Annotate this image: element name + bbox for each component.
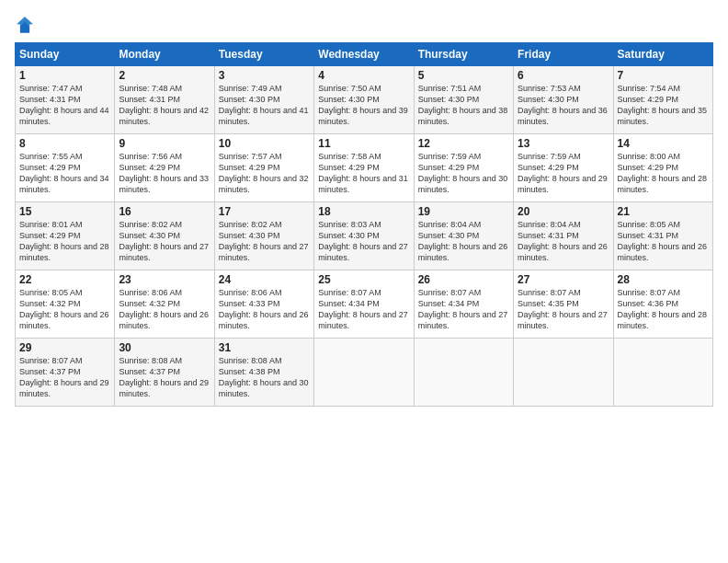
day-number: 5 xyxy=(418,69,509,82)
day-info: Sunrise: 8:01 AMSunset: 4:29 PMDaylight:… xyxy=(19,220,109,262)
calendar-cell: 4 Sunrise: 7:50 AMSunset: 4:30 PMDayligh… xyxy=(314,66,414,134)
day-info: Sunrise: 7:59 AMSunset: 4:29 PMDaylight:… xyxy=(518,152,608,194)
day-number: 20 xyxy=(518,205,609,218)
col-header-monday: Monday xyxy=(115,43,214,66)
day-info: Sunrise: 7:53 AMSunset: 4:30 PMDaylight:… xyxy=(518,84,608,126)
day-info: Sunrise: 7:47 AMSunset: 4:31 PMDaylight:… xyxy=(19,84,109,126)
calendar-cell: 16 Sunrise: 8:02 AMSunset: 4:30 PMDaylig… xyxy=(115,202,214,270)
calendar-cell: 24 Sunrise: 8:06 AMSunset: 4:33 PMDaylig… xyxy=(214,270,313,339)
day-number: 23 xyxy=(119,273,210,286)
day-number: 13 xyxy=(518,137,609,150)
calendar-cell: 31 Sunrise: 8:08 AMSunset: 4:38 PMDaylig… xyxy=(214,339,313,407)
day-info: Sunrise: 8:04 AMSunset: 4:30 PMDaylight:… xyxy=(418,220,508,262)
calendar-cell: 19 Sunrise: 8:04 AMSunset: 4:30 PMDaylig… xyxy=(414,202,513,270)
calendar-cell xyxy=(514,339,613,407)
day-info: Sunrise: 7:55 AMSunset: 4:29 PMDaylight:… xyxy=(19,152,109,194)
day-number: 8 xyxy=(19,137,110,150)
calendar-cell: 29 Sunrise: 8:07 AMSunset: 4:37 PMDaylig… xyxy=(16,339,115,407)
day-info: Sunrise: 8:05 AMSunset: 4:31 PMDaylight:… xyxy=(618,220,708,262)
calendar-cell xyxy=(613,339,712,407)
calendar-cell: 20 Sunrise: 8:04 AMSunset: 4:31 PMDaylig… xyxy=(514,202,613,270)
day-number: 19 xyxy=(418,205,509,218)
day-number: 4 xyxy=(318,69,409,82)
day-number: 1 xyxy=(19,69,110,82)
day-info: Sunrise: 7:50 AMSunset: 4:30 PMDaylight:… xyxy=(318,84,408,126)
day-info: Sunrise: 7:58 AMSunset: 4:29 PMDaylight:… xyxy=(318,152,408,194)
day-number: 12 xyxy=(418,137,509,150)
day-number: 28 xyxy=(618,273,709,286)
day-info: Sunrise: 8:04 AMSunset: 4:31 PMDaylight:… xyxy=(518,220,608,262)
calendar-cell: 14 Sunrise: 8:00 AMSunset: 4:29 PMDaylig… xyxy=(613,134,712,202)
calendar-cell: 27 Sunrise: 8:07 AMSunset: 4:35 PMDaylig… xyxy=(514,270,613,339)
calendar-cell: 8 Sunrise: 7:55 AMSunset: 4:29 PMDayligh… xyxy=(16,134,115,202)
day-info: Sunrise: 8:06 AMSunset: 4:33 PMDaylight:… xyxy=(219,288,309,330)
col-header-thursday: Thursday xyxy=(414,43,513,66)
day-number: 18 xyxy=(318,205,409,218)
day-info: Sunrise: 8:07 AMSunset: 4:35 PMDaylight:… xyxy=(518,288,608,330)
day-number: 25 xyxy=(318,273,409,286)
day-info: Sunrise: 8:08 AMSunset: 4:38 PMDaylight:… xyxy=(219,356,309,398)
day-info: Sunrise: 8:05 AMSunset: 4:32 PMDaylight:… xyxy=(19,288,109,330)
day-info: Sunrise: 8:07 AMSunset: 4:34 PMDaylight:… xyxy=(318,288,408,330)
day-number: 29 xyxy=(19,341,110,354)
calendar-cell: 17 Sunrise: 8:02 AMSunset: 4:30 PMDaylig… xyxy=(214,202,313,270)
calendar-cell: 13 Sunrise: 7:59 AMSunset: 4:29 PMDaylig… xyxy=(514,134,613,202)
day-info: Sunrise: 7:56 AMSunset: 4:29 PMDaylight:… xyxy=(119,152,209,194)
calendar-row: 22 Sunrise: 8:05 AMSunset: 4:32 PMDaylig… xyxy=(16,270,713,339)
day-info: Sunrise: 8:02 AMSunset: 4:30 PMDaylight:… xyxy=(219,220,309,262)
calendar-cell: 23 Sunrise: 8:06 AMSunset: 4:32 PMDaylig… xyxy=(115,270,214,339)
day-number: 24 xyxy=(219,273,310,286)
calendar-cell: 5 Sunrise: 7:51 AMSunset: 4:30 PMDayligh… xyxy=(414,66,513,134)
day-info: Sunrise: 7:57 AMSunset: 4:29 PMDaylight:… xyxy=(219,152,309,194)
calendar-cell xyxy=(414,339,513,407)
header xyxy=(15,15,713,35)
day-number: 14 xyxy=(618,137,709,150)
day-info: Sunrise: 8:03 AMSunset: 4:30 PMDaylight:… xyxy=(318,220,408,262)
day-info: Sunrise: 8:07 AMSunset: 4:36 PMDaylight:… xyxy=(618,288,708,330)
logo-icon xyxy=(15,15,35,35)
day-info: Sunrise: 7:59 AMSunset: 4:29 PMDaylight:… xyxy=(418,152,508,194)
day-info: Sunrise: 8:00 AMSunset: 4:29 PMDaylight:… xyxy=(618,152,708,194)
calendar-cell: 2 Sunrise: 7:48 AMSunset: 4:31 PMDayligh… xyxy=(115,66,214,134)
calendar-cell: 12 Sunrise: 7:59 AMSunset: 4:29 PMDaylig… xyxy=(414,134,513,202)
day-number: 31 xyxy=(219,341,310,354)
calendar-cell: 15 Sunrise: 8:01 AMSunset: 4:29 PMDaylig… xyxy=(16,202,115,270)
calendar-row: 8 Sunrise: 7:55 AMSunset: 4:29 PMDayligh… xyxy=(16,134,713,202)
day-info: Sunrise: 8:02 AMSunset: 4:30 PMDaylight:… xyxy=(119,220,209,262)
day-info: Sunrise: 7:49 AMSunset: 4:30 PMDaylight:… xyxy=(219,84,309,126)
col-header-sunday: Sunday xyxy=(16,43,115,66)
calendar-cell: 22 Sunrise: 8:05 AMSunset: 4:32 PMDaylig… xyxy=(16,270,115,339)
calendar-cell xyxy=(314,339,414,407)
col-header-saturday: Saturday xyxy=(613,43,712,66)
logo xyxy=(15,15,39,35)
col-header-tuesday: Tuesday xyxy=(214,43,313,66)
day-number: 6 xyxy=(518,69,609,82)
day-info: Sunrise: 8:06 AMSunset: 4:32 PMDaylight:… xyxy=(119,288,209,330)
day-number: 16 xyxy=(119,205,210,218)
day-number: 26 xyxy=(418,273,509,286)
day-number: 21 xyxy=(618,205,709,218)
day-number: 2 xyxy=(119,69,210,82)
day-info: Sunrise: 7:48 AMSunset: 4:31 PMDaylight:… xyxy=(119,84,209,126)
day-info: Sunrise: 8:07 AMSunset: 4:34 PMDaylight:… xyxy=(418,288,508,330)
col-header-friday: Friday xyxy=(514,43,613,66)
calendar-table: SundayMondayTuesdayWednesdayThursdayFrid… xyxy=(15,42,713,407)
calendar-cell: 1 Sunrise: 7:47 AMSunset: 4:31 PMDayligh… xyxy=(16,66,115,134)
calendar-cell: 25 Sunrise: 8:07 AMSunset: 4:34 PMDaylig… xyxy=(314,270,414,339)
calendar-cell: 30 Sunrise: 8:08 AMSunset: 4:37 PMDaylig… xyxy=(115,339,214,407)
day-info: Sunrise: 7:54 AMSunset: 4:29 PMDaylight:… xyxy=(618,84,708,126)
calendar-row: 15 Sunrise: 8:01 AMSunset: 4:29 PMDaylig… xyxy=(16,202,713,270)
calendar-cell: 21 Sunrise: 8:05 AMSunset: 4:31 PMDaylig… xyxy=(613,202,712,270)
calendar-cell: 11 Sunrise: 7:58 AMSunset: 4:29 PMDaylig… xyxy=(314,134,414,202)
calendar-row: 1 Sunrise: 7:47 AMSunset: 4:31 PMDayligh… xyxy=(16,66,713,134)
col-header-wednesday: Wednesday xyxy=(314,43,414,66)
day-info: Sunrise: 7:51 AMSunset: 4:30 PMDaylight:… xyxy=(418,84,508,126)
page: SundayMondayTuesdayWednesdayThursdayFrid… xyxy=(0,0,728,563)
calendar-row: 29 Sunrise: 8:07 AMSunset: 4:37 PMDaylig… xyxy=(16,339,713,407)
day-info: Sunrise: 8:08 AMSunset: 4:37 PMDaylight:… xyxy=(119,356,209,398)
calendar-cell: 3 Sunrise: 7:49 AMSunset: 4:30 PMDayligh… xyxy=(214,66,313,134)
calendar-cell: 6 Sunrise: 7:53 AMSunset: 4:30 PMDayligh… xyxy=(514,66,613,134)
day-number: 11 xyxy=(318,137,409,150)
calendar-cell: 9 Sunrise: 7:56 AMSunset: 4:29 PMDayligh… xyxy=(115,134,214,202)
calendar-cell: 26 Sunrise: 8:07 AMSunset: 4:34 PMDaylig… xyxy=(414,270,513,339)
